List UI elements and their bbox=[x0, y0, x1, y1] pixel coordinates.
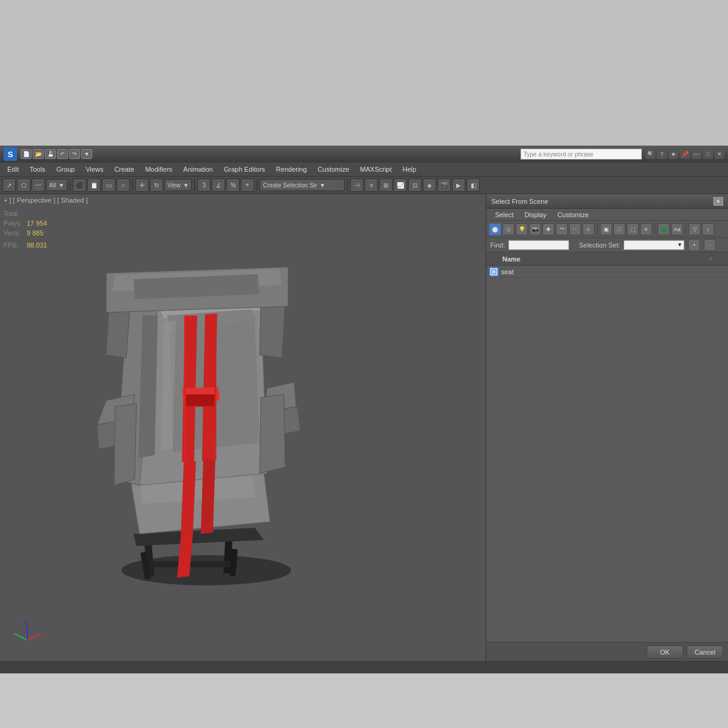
sort-btn[interactable]: ↕ bbox=[702, 223, 714, 235]
menu-edit[interactable]: Edit bbox=[2, 164, 24, 174]
menu-create[interactable]: Create bbox=[109, 164, 139, 174]
select-obj-btn[interactable]: ⬛ bbox=[73, 178, 86, 192]
filter-geom-btn[interactable]: ⬤ bbox=[489, 223, 501, 235]
list-header: Name ↑ bbox=[487, 252, 728, 266]
toolbar-separator-5 bbox=[347, 179, 348, 191]
viewport-3d[interactable]: + ] [ Perspective ] [ Shaded ] Total Pol… bbox=[0, 194, 485, 661]
menu-animation[interactable]: Animation bbox=[178, 164, 218, 174]
menu-customize[interactable]: Customize bbox=[313, 164, 354, 174]
filter-shape-btn[interactable]: ◇ bbox=[502, 223, 514, 235]
rect-region-btn[interactable]: ▭ bbox=[102, 178, 115, 192]
select-invert-btn[interactable]: ⬚ bbox=[627, 223, 639, 235]
svg-marker-32 bbox=[260, 394, 285, 473]
dtb-sep-1 bbox=[597, 224, 598, 234]
fps-value: 98.031 bbox=[27, 240, 47, 250]
toolbar-separator-4 bbox=[257, 179, 257, 191]
filter-dropdown[interactable]: All ▼ bbox=[46, 179, 67, 191]
remove-selection-set-btn[interactable]: - bbox=[704, 239, 716, 251]
save-btn[interactable]: 💾 bbox=[45, 149, 56, 159]
menu-rendering[interactable]: Rendering bbox=[271, 164, 312, 174]
help-icon[interactable]: ? bbox=[657, 149, 667, 159]
search-icon[interactable]: 🔍 bbox=[645, 149, 655, 159]
move-btn[interactable]: ✛ bbox=[135, 178, 149, 192]
top-background bbox=[0, 0, 728, 146]
snap-btn[interactable]: 3 bbox=[197, 178, 211, 192]
filter-camera-btn[interactable]: 📷 bbox=[529, 223, 541, 235]
svg-line-36 bbox=[27, 634, 39, 640]
circle-region-btn[interactable]: ○ bbox=[116, 178, 130, 192]
render-setup-btn[interactable]: 🎬 bbox=[437, 178, 451, 192]
angle-snap-btn[interactable]: ∠ bbox=[212, 178, 225, 192]
selection-set-label: Create Selection Se bbox=[263, 182, 317, 189]
select-region-btn[interactable]: ⬡ bbox=[17, 178, 30, 192]
add-selection-set-btn[interactable]: + bbox=[688, 239, 700, 251]
dtb-sep-3 bbox=[686, 224, 686, 234]
toolbar-separator-1 bbox=[70, 179, 70, 191]
filter-dropdown-arrow: ▼ bbox=[58, 182, 64, 189]
list-item[interactable]: seat bbox=[487, 266, 728, 278]
new-btn[interactable]: 📄 bbox=[21, 149, 32, 159]
layer-mgr-btn[interactable]: ⊞ bbox=[379, 178, 393, 192]
ok-button[interactable]: OK bbox=[647, 645, 683, 659]
seat-3d-model bbox=[36, 224, 352, 601]
lasso-select-btn[interactable]: 〰 bbox=[32, 178, 45, 192]
object-list[interactable]: seat bbox=[487, 266, 728, 642]
filter-particle-btn[interactable]: ⋯ bbox=[569, 223, 581, 235]
selection-set-arrow: ▼ bbox=[319, 182, 325, 189]
filter-spacewarp-btn[interactable]: 〜 bbox=[556, 223, 568, 235]
menu-help[interactable]: Help bbox=[398, 164, 422, 174]
filter-light-btn[interactable]: 💡 bbox=[516, 223, 528, 235]
menu-graph-editors[interactable]: Graph Editors bbox=[219, 164, 270, 174]
keyword-search-bar[interactable]: Type a keyword or phrase bbox=[521, 149, 642, 160]
redo-btn[interactable]: ↷ bbox=[69, 149, 80, 159]
select-none-btn[interactable]: □ bbox=[613, 223, 625, 235]
select-by-name-btn[interactable]: 📋 bbox=[87, 178, 101, 192]
percent-snap-btn[interactable]: % bbox=[226, 178, 240, 192]
menu-maxscript[interactable]: MAXScript bbox=[356, 164, 397, 174]
filter-icon[interactable]: ▽ bbox=[689, 223, 701, 235]
dtb-sep-2 bbox=[655, 224, 655, 234]
view-dropdown[interactable]: View ▼ bbox=[164, 179, 192, 191]
svg-text:Z: Z bbox=[24, 619, 27, 625]
menu-views[interactable]: Views bbox=[81, 164, 108, 174]
selection-set-dropdown[interactable]: Create Selection Se ▼ bbox=[260, 179, 345, 191]
star-icon[interactable]: ★ bbox=[669, 149, 678, 159]
curve-editor-btn[interactable]: 📈 bbox=[394, 178, 407, 192]
open-btn[interactable]: 📂 bbox=[33, 149, 44, 159]
display-subtree-btn[interactable]: 🌲 bbox=[658, 223, 670, 235]
selection-set-dropdown[interactable]: ▼ bbox=[624, 240, 684, 250]
find-bar: Find: Selection Set: ▼ + - bbox=[487, 238, 728, 252]
minimize-icon[interactable]: — bbox=[692, 149, 701, 159]
menu-group[interactable]: Group bbox=[52, 164, 80, 174]
rotate-btn[interactable]: ↻ bbox=[150, 178, 163, 192]
schematic-view-btn[interactable]: ⊡ bbox=[408, 178, 422, 192]
dialog-menu-display[interactable]: Display bbox=[520, 210, 551, 220]
undo-btn[interactable]: ↶ bbox=[57, 149, 68, 159]
select-tool-btn[interactable]: ↗ bbox=[2, 178, 16, 192]
svg-text:X: X bbox=[40, 632, 42, 637]
menu-tools[interactable]: Tools bbox=[25, 164, 50, 174]
verts-value: 9 885 bbox=[27, 228, 44, 238]
dialog-close-btn[interactable]: ✕ bbox=[713, 197, 723, 206]
pin-icon[interactable]: 📌 bbox=[680, 149, 690, 159]
mirror-btn[interactable]: ⊣ bbox=[350, 178, 363, 192]
menu-modifiers[interactable]: Modifiers bbox=[140, 164, 177, 174]
find-input[interactable] bbox=[508, 240, 569, 250]
cancel-button[interactable]: Cancel bbox=[687, 645, 723, 659]
material-editor-btn[interactable]: ◈ bbox=[423, 178, 436, 192]
title-bar: S 📄 📂 💾 ↶ ↷ ▼ Type a keyword or phrase 🔍… bbox=[0, 146, 728, 163]
dialog-menu-select[interactable]: Select bbox=[490, 210, 519, 220]
select-by-layer-btn[interactable]: ≡ bbox=[640, 223, 652, 235]
active-shade-btn[interactable]: ◧ bbox=[467, 178, 480, 192]
case-sensitive-btn[interactable]: Aa bbox=[671, 223, 683, 235]
filter-helper-btn[interactable]: ✚ bbox=[542, 223, 554, 235]
close-icon[interactable]: ✕ bbox=[715, 149, 724, 159]
select-all-btn[interactable]: ▣ bbox=[600, 223, 612, 235]
align-btn[interactable]: ≡ bbox=[365, 178, 378, 192]
render-btn[interactable]: ▶ bbox=[452, 178, 465, 192]
settings-btn[interactable]: ▼ bbox=[81, 149, 92, 159]
spinner-btn[interactable]: ⌖ bbox=[241, 178, 254, 192]
dialog-menu-customize[interactable]: Customize bbox=[553, 210, 594, 220]
maximize-icon[interactable]: □ bbox=[703, 149, 713, 159]
filter-bone-btn[interactable]: ⊹ bbox=[582, 223, 595, 235]
